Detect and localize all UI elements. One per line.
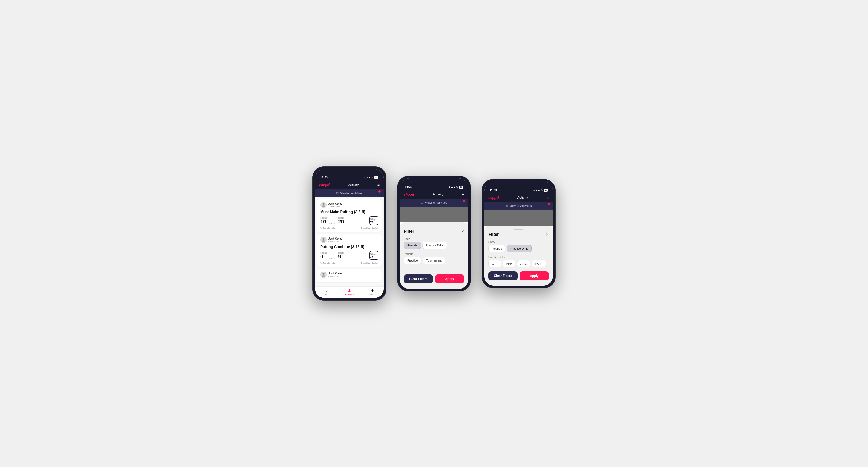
data-source: Data: Clippd Capture	[361, 262, 378, 264]
tab-bar: ⌂ Home ♟ Activities ⊕ Capture	[315, 286, 384, 298]
card-header: Josh Coles 28 Feb 2023 ···	[320, 272, 378, 278]
test-info-text: Test Information	[323, 262, 336, 264]
score-stat: Score 10	[320, 217, 327, 224]
card-user: Josh Coles 28 Feb 2023	[320, 237, 342, 243]
tab-activities[interactable]: ♟ Activities	[338, 288, 361, 295]
more-options-icon[interactable]: ···	[375, 238, 378, 242]
card-stats: Score 10 OUT OF Shots 20 Shot Quality 75	[320, 216, 378, 225]
viewing-banner-text: Viewing Activities	[509, 204, 532, 207]
shot-quality-value: 45	[370, 256, 378, 259]
tab-label-capture: Capture	[368, 293, 376, 295]
wifi-icon: ⊙	[456, 186, 458, 188]
activity-card[interactable]: Josh Coles 28 Feb 2023 ··· Must Make Put…	[317, 199, 382, 232]
notification-dot	[548, 203, 550, 205]
show-filter-buttons: Rounds Practice Drills	[404, 242, 464, 249]
modal-footer: Clear Filters Apply	[404, 275, 464, 283]
app-filter-button[interactable]: APP	[503, 260, 516, 267]
tab-home[interactable]: ⌂ Home	[315, 288, 338, 295]
test-info-text: Test Information	[323, 227, 336, 229]
svg-point-2	[322, 238, 324, 240]
info-icon: ⓘ	[320, 227, 322, 229]
battery-icon: 51	[544, 189, 548, 192]
menu-icon[interactable]: ≡	[547, 195, 549, 200]
capture-icon: ⊕	[371, 288, 374, 292]
svg-point-0	[322, 203, 324, 205]
viewing-banner[interactable]: ⊞ Viewing Activities	[400, 199, 468, 207]
card-user: Josh Coles 28 Feb 2023	[320, 202, 342, 208]
tab-capture[interactable]: ⊕ Capture	[361, 288, 384, 295]
score-value: 0	[320, 254, 327, 259]
avatar	[320, 202, 327, 208]
avatar	[320, 272, 327, 278]
viewing-banner[interactable]: ⊞ Viewing Activities	[315, 189, 384, 197]
phone-1: 11:33 ▲▲▲ ⊙ 51 clippd Activity ≡ ⊞ Viewi…	[312, 166, 386, 301]
modal-title: Filter	[404, 229, 414, 234]
app-logo: clippd	[489, 195, 499, 200]
signal-icon: ▲▲▲	[533, 189, 540, 191]
filter-modal: Filter ✕ Show Rounds Practice Drills Rou…	[400, 222, 468, 289]
shot-quality-badge: Shot Quality 75	[369, 216, 378, 225]
rounds-filter-button[interactable]: Rounds	[489, 245, 505, 252]
apply-button[interactable]: Apply	[520, 271, 549, 280]
modal-handle	[429, 225, 439, 226]
status-icons: ▲▲▲ ⊙ 51	[364, 176, 378, 179]
signal-icon: ▲▲▲	[364, 176, 371, 179]
rounds-filter-button[interactable]: Rounds	[404, 242, 421, 249]
menu-icon[interactable]: ≡	[377, 183, 379, 187]
show-label: Show	[489, 241, 549, 244]
tournament-round-button[interactable]: Tournament	[423, 257, 445, 264]
close-icon[interactable]: ✕	[461, 229, 464, 234]
user-date: 28 Feb 2023	[328, 205, 342, 208]
practice-round-button[interactable]: Practice	[404, 257, 421, 264]
activity-card[interactable]: Josh Coles 28 Feb 2023 ··· Putting Combi…	[317, 234, 382, 267]
card-stats: Score 0 OUT OF Shots 9 Shot Quality 45	[320, 251, 378, 260]
clear-filters-button[interactable]: Clear Filters	[489, 271, 518, 280]
shots-stat: Shots 20	[338, 217, 344, 224]
status-time: 11:33	[320, 176, 328, 179]
drills-label: Practice Drills	[489, 256, 549, 259]
nav-title: Activity	[517, 195, 528, 199]
svg-point-3	[322, 240, 325, 242]
drill-type-filter-buttons: OTT APP ARG PUTT	[489, 260, 549, 267]
status-time: 11:33	[405, 185, 412, 189]
round-type-filter-buttons: Practice Tournament	[404, 257, 464, 264]
clear-filters-button[interactable]: Clear Filters	[404, 275, 433, 283]
practice-drills-filter-button[interactable]: Practice Drills	[507, 245, 532, 252]
out-of-label: OUT OF	[329, 222, 336, 225]
close-icon[interactable]: ✕	[546, 232, 549, 237]
status-icons: ▲▲▲ ⊙ 51	[533, 189, 548, 192]
modal-overlay: Filter ✕ Show Rounds Practice Drills Pra…	[484, 225, 553, 286]
svg-point-5	[322, 275, 325, 277]
arg-filter-button[interactable]: ARG	[517, 260, 530, 267]
card-header: Josh Coles 28 Feb 2023 ···	[320, 237, 378, 243]
shots-value: 20	[338, 219, 344, 224]
more-options-icon[interactable]: ···	[375, 273, 378, 277]
notch	[421, 179, 447, 186]
user-name: Josh Coles	[328, 202, 342, 205]
modal-header: Filter ✕	[489, 232, 549, 237]
modal-handle	[514, 229, 523, 229]
notification-dot	[378, 190, 380, 192]
activity-card[interactable]: Josh Coles 28 Feb 2023 ···	[317, 269, 382, 282]
card-header: Josh Coles 28 Feb 2023 ···	[320, 202, 378, 208]
shot-quality-label: Shot Quality	[370, 252, 378, 255]
avatar	[320, 237, 327, 243]
menu-icon[interactable]: ≡	[462, 192, 464, 196]
app-logo: clippd	[404, 192, 414, 196]
more-options-icon[interactable]: ···	[375, 203, 378, 207]
wifi-icon: ⊙	[372, 176, 374, 179]
shots-stat: Shots 9	[338, 252, 344, 259]
viewing-banner[interactable]: ⊞ Viewing Activities	[484, 202, 553, 210]
phone-1-screen: 11:33 ▲▲▲ ⊙ 51 clippd Activity ≡ ⊞ Viewi…	[315, 169, 384, 298]
activities-icon: ♟	[348, 288, 351, 292]
battery-icon: 51	[459, 186, 463, 189]
activity-title: Putting Combine (3-15 ft)	[320, 245, 378, 249]
score-value: 10	[320, 219, 327, 224]
ott-filter-button[interactable]: OTT	[489, 260, 501, 267]
practice-drills-filter-button[interactable]: Practice Drills	[422, 242, 447, 249]
apply-button[interactable]: Apply	[435, 275, 464, 283]
phone-3-screen: 11:33 ▲▲▲ ⊙ 51 clippd Activity ≡ ⊞ Viewi…	[484, 182, 553, 286]
svg-point-1	[322, 206, 325, 207]
user-name: Josh Coles	[328, 272, 342, 275]
putt-filter-button[interactable]: PUTT	[532, 260, 547, 267]
